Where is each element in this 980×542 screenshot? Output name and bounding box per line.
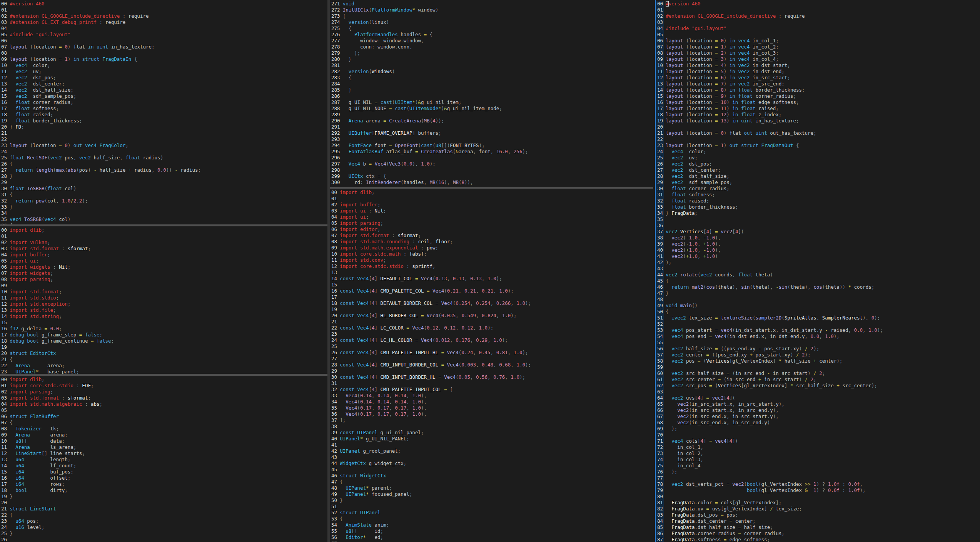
code-line[interactable]: 71 vec4 cols[4] = vec4[4](	[656, 438, 980, 444]
code-line[interactable]: 62 vec2 src_pos = (Vertices[gl_VertexInd…	[656, 383, 980, 389]
code-line[interactable]: 11import std.stdio;	[0, 295, 327, 301]
code-line[interactable]: 11 vec2 uv;	[0, 69, 327, 75]
code-line[interactable]: 13	[330, 269, 653, 276]
code-line[interactable]: 61 vec2 src_center = (in_src_end + in_sr…	[656, 376, 980, 383]
code-line[interactable]: 05	[0, 407, 327, 413]
code-line[interactable]: 276 PlatformHandles handles = {	[330, 32, 653, 38]
code-line[interactable]: 10 vec4 color;	[0, 62, 327, 69]
code-line[interactable]: 59	[656, 364, 980, 370]
code-line[interactable]: 08 Tokenizer tk;	[0, 426, 327, 432]
code-area-middle-top[interactable]: 271void272InitUICtx(PlatformWindow* wind…	[330, 0, 653, 187]
code-line[interactable]: 272InitUICtx(PlatformWindow* window)	[330, 7, 653, 13]
code-line[interactable]: 295 FontAtlasBuf atlas_buf = CreateAtlas…	[330, 149, 653, 155]
code-line[interactable]: 56 Editor* ed;	[330, 534, 653, 540]
code-line[interactable]: 02import vulkan;	[0, 239, 327, 246]
code-line[interactable]: 54 vec4 pos_end = vec4(in_dst_end.x, in_…	[656, 333, 980, 340]
code-line[interactable]: 49 UIPanel* focused_panel;	[330, 491, 653, 497]
code-line[interactable]: 20	[656, 124, 980, 130]
code-line[interactable]: 06layout (location = 0) in vec4 in_col_1…	[656, 38, 980, 44]
code-line[interactable]: 21struct LineStart	[0, 506, 327, 512]
code-line[interactable]: 47}	[656, 290, 980, 296]
code-line[interactable]: 23layout (location = 0) out vec4 FragCol…	[0, 142, 327, 149]
editor-pane-middle-bottom[interactable]: 00import dlib;0102import buffer;03import…	[330, 189, 653, 542]
code-line[interactable]: 05	[656, 32, 980, 38]
code-line[interactable]: 35 Vec4(0.17, 0.17, 0.17, 1.0),	[330, 405, 653, 411]
code-line[interactable]: 283 {	[330, 75, 653, 81]
editor-pane-left-top[interactable]: 00#version 4600102#extension GL_GOOGLE_i…	[0, 0, 327, 224]
code-line[interactable]: 06	[0, 38, 327, 44]
code-area-left-top[interactable]: 00#version 4600102#extension GL_GOOGLE_i…	[0, 0, 327, 224]
code-line[interactable]: 45	[330, 467, 653, 473]
code-line[interactable]: 04import ui;	[330, 214, 653, 220]
code-line[interactable]: 284	[330, 81, 653, 87]
code-line[interactable]: 21	[330, 319, 653, 325]
code-line[interactable]: 28 vec2 dst_half_size;	[656, 173, 980, 179]
code-line[interactable]: 280 }	[330, 56, 653, 62]
code-line[interactable]: 16 i64 offset;	[0, 475, 327, 481]
code-line[interactable]: 18 float raised;	[0, 112, 327, 118]
code-line[interactable]: 10layout (location = 4) in vec2 in_dst_s…	[656, 62, 980, 69]
code-line[interactable]: 37vec2 Vertices[4] = vec2[4](	[656, 229, 980, 235]
code-line[interactable]: 87 FragData.softness = edge_softness;	[656, 537, 980, 542]
code-line[interactable]: 271void	[330, 1, 653, 7]
code-line[interactable]: 73 in_col_2,	[656, 450, 980, 457]
code-line[interactable]: 03#extension GL_EXT_debug_printf : requi…	[0, 19, 327, 25]
code-line[interactable]: 34	[0, 210, 327, 216]
code-line[interactable]: 23layout (location = 1) out struct FragD…	[656, 142, 980, 149]
code-line[interactable]: 50{	[656, 309, 980, 315]
code-line[interactable]: 36	[656, 222, 980, 229]
code-line[interactable]: 12 LineStart[] line_starts;	[0, 450, 327, 457]
code-line[interactable]: 02#extension GL_GOOGLE_include_directive…	[0, 13, 327, 19]
code-line[interactable]: 25float RectSDF(vec2 pos, vec2 half_size…	[0, 155, 327, 161]
code-line[interactable]: 07layout (location = 0) flat in uint in_…	[0, 44, 327, 50]
code-line[interactable]: 12layout (location = 6) in vec2 in_src_s…	[656, 75, 980, 81]
code-line[interactable]: 17 i64 rows;	[0, 481, 327, 487]
code-line[interactable]: 02import parsing;	[0, 389, 327, 395]
code-line[interactable]: 69 );	[656, 426, 980, 432]
code-line[interactable]: 26	[0, 537, 327, 542]
code-line[interactable]: 29	[0, 179, 327, 186]
code-line[interactable]: 275 {	[330, 25, 653, 32]
code-line[interactable]: 00#version 460	[0, 1, 327, 7]
code-line[interactable]: 40UIPanel* g_UI_NIL_PANEL;	[330, 436, 653, 442]
code-line[interactable]: 281	[330, 62, 653, 69]
code-line[interactable]: 24 u16 level;	[0, 524, 327, 530]
code-line[interactable]: 04import std.math.algebraic : abs;	[0, 401, 327, 407]
code-line[interactable]: 287 g_UI_NIL = cast(UIItem*)&g_ui_nil_it…	[330, 99, 653, 105]
code-line[interactable]: 46struct WidgetCtx	[330, 473, 653, 479]
code-line[interactable]: 04import buffer;	[0, 252, 327, 258]
code-line[interactable]: 14const Vec4[4] DEFAULT_COL = Vec4(0.13,…	[330, 276, 653, 282]
code-line[interactable]: 291	[330, 124, 653, 130]
code-line[interactable]: 03import std.format : sformat;	[0, 395, 327, 401]
code-line[interactable]: 28}	[0, 173, 327, 179]
code-line[interactable]: 289	[330, 112, 653, 118]
code-line[interactable]: 39 vec2(-1.0, +1.0),	[656, 241, 980, 247]
code-line[interactable]: 16const Vec4[4] CMD_PALETTE_COL = Vec4(0…	[330, 288, 653, 294]
code-line[interactable]: 04	[0, 25, 327, 32]
code-line[interactable]: 17debug bool g_frame_step = false;	[0, 332, 327, 338]
code-line[interactable]: 13layout (location = 7) in vec2 in_src_e…	[656, 81, 980, 87]
code-line[interactable]: 05#include "gui.layout"	[0, 32, 327, 38]
code-line[interactable]: 31 float softness;	[656, 192, 980, 198]
code-line[interactable]: 293	[330, 136, 653, 142]
code-line[interactable]: 03import ui : Nil;	[330, 208, 653, 214]
code-line[interactable]: 72 in_col_1,	[656, 444, 980, 450]
code-area-left-bottom[interactable]: 00import dlib;01import core.stdc.stdio :…	[0, 376, 327, 542]
code-line[interactable]: 34} FragData;	[656, 210, 980, 216]
code-line[interactable]: 278 conn: window.conn,	[330, 44, 653, 50]
code-line[interactable]: 08layout (location = 2) in vec4 in_col_3…	[656, 50, 980, 56]
code-line[interactable]: 09import std.math.exponential : pow;	[330, 245, 653, 251]
code-line[interactable]: 09layout (location = 3) in vec4 in_col_4…	[656, 56, 980, 62]
code-line[interactable]: 00import dlib;	[0, 376, 327, 383]
code-line[interactable]: 24const Vec4[4] LC_HL_COLOR = Vec4(0.012…	[330, 337, 653, 343]
code-line[interactable]: 79 bool(gl_VertexIndex & 1) ? 0.0f : 1.0…	[656, 487, 980, 493]
code-line[interactable]: 38 vec2(-1.0, -1.0),	[656, 235, 980, 241]
code-line[interactable]: 46 return mat2(cos(theta), sin(theta), -…	[656, 284, 980, 290]
code-line[interactable]: 08	[0, 50, 327, 56]
code-line[interactable]: 32 float raised;	[656, 198, 980, 204]
code-line[interactable]: 273{	[330, 13, 653, 19]
code-line[interactable]: 00#version 460	[656, 1, 980, 7]
code-line[interactable]: 19	[0, 344, 327, 350]
code-line[interactable]: 51 ivec2 tex_size = textureSize(sampler2…	[656, 315, 980, 321]
editor-pane-left-middle[interactable]: 00import dlib;0102import vulkan;03import…	[0, 226, 327, 374]
